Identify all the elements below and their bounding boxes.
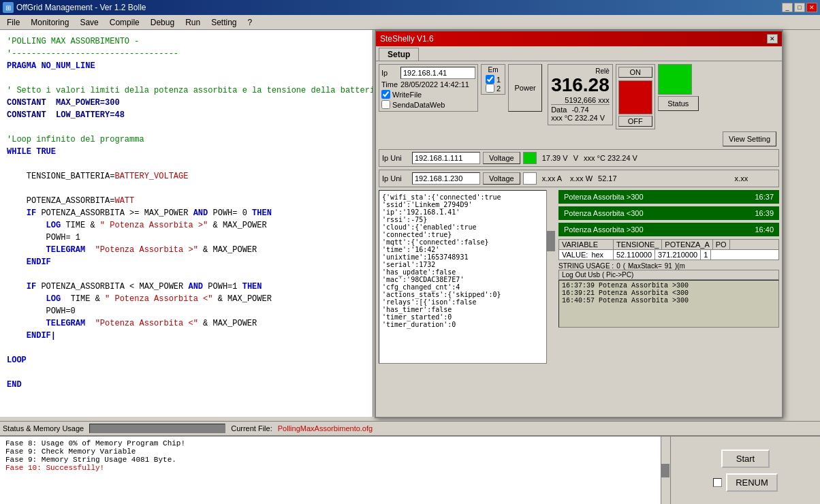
ipuni-label-1: Ip Uni [382,154,409,162]
power-value: 316.28 [551,75,610,96]
relay-indicator-red [618,80,652,114]
steshelly-titlebar: SteShelly V1.6 ✕ [376,31,782,46]
notif-item-1: Potenza Assorbita >300 16:37 [558,190,779,204]
power-button[interactable]: Power [508,64,542,112]
volt-indicator-green [523,152,537,164]
senddataweb-checkbox[interactable] [381,100,390,109]
power-section: Relè 316.28 5192,666 xxx Data -0.74 xxx … [548,64,613,125]
code-line: TELEGRAM "Potenza Assorbita <" & MAX_POW… [7,317,366,330]
max-stack-value: 91 [665,262,672,270]
volt-value-2a: x.xx A [542,174,562,183]
code-line: CONSTANT LOW_BATTERY=48 [7,109,366,121]
code-line: LOOP [7,354,366,366]
data-label: Data [551,106,567,114]
status-button[interactable]: Status [658,96,699,111]
ipuni-label-2: Ip Uni [382,174,409,183]
power-sub: 5192,666 [565,96,596,104]
output-content: Fase 8: Usage 0% of Memory Program Chip!… [0,437,670,475]
notif-time-3: 16:40 [755,225,774,234]
relay-off-button[interactable]: OFF [618,116,652,127]
tab-setup[interactable]: Setup [379,48,419,61]
maximize-button[interactable]: □ [794,3,805,12]
code-line: ENDIF| [7,330,366,342]
output-line-2: Fase 9: Check Memory Variable [5,447,665,456]
steshelly-close-button[interactable]: ✕ [767,34,778,44]
value-2: 371.210000 [655,250,701,259]
menu-debug[interactable]: Debug [145,16,180,29]
notif-time-1: 16:37 [755,193,774,201]
em2-label: 2 [496,84,501,93]
menu-setting[interactable]: Setting [206,16,242,29]
json-area: {'wifi_sta':{'connected':true 'ssid':'Li… [379,190,779,364]
menu-monitoring[interactable]: Monitoring [25,16,74,29]
data-units: xxx °C 232.24 V [551,114,610,122]
output-panel: Fase 8: Usage 0% of Memory Program Chip!… [0,436,670,504]
code-line [7,121,366,133]
code-line: 'POLLING MAX ASSORBIMENTO - [7,35,366,48]
volt-text-1: xxx °C 232.24 V [584,154,637,162]
writefile-checkbox[interactable] [381,90,390,99]
log-area[interactable]: 16:37:39 Potenza Assorbita >300 16:39:21… [558,280,779,328]
output-scrollbar[interactable] [661,437,670,504]
code-line: END [7,379,366,391]
start-button[interactable]: Start [721,450,770,468]
var-col-1: TENSIONE_ [614,240,662,249]
string-usage-row: STRING USAGE : 0 ( MaxStack= 91 )(m [558,262,779,270]
status-progress-bar [89,424,225,433]
code-line: TELEGRAM "Potenza Assorbita >" & MAX_POW… [7,244,366,256]
json-display[interactable]: {'wifi_sta':{'connected':true 'ssid':'Li… [379,190,549,364]
menu-save[interactable]: Save [74,16,104,29]
xm-text: )(m [675,262,685,270]
minimize-button[interactable]: _ [782,3,793,12]
relay-on-button[interactable]: ON [618,67,652,78]
code-line [7,183,366,195]
menu-bar: File Monitoring Save Compile Debug Run S… [0,15,820,30]
var-col-3: PO [713,240,730,249]
current-file-label: Current File: [231,424,272,432]
volt-indicator-white [523,172,537,185]
code-editor[interactable]: 'POLLING MAX ASSORBIMENTO - '-----------… [0,30,373,417]
close-button[interactable]: ✕ [806,3,817,12]
log-entry-2: 16:39:21 Potenza Assorbita <300 [562,289,776,297]
view-setting-button[interactable]: View Setting [723,131,776,146]
menu-help[interactable]: ? [242,16,258,29]
value-3: 1 [701,250,711,259]
ipuni-input-1[interactable] [412,152,480,164]
code-line [7,366,366,379]
notif-item-2: Potenza Assorbita <300 16:39 [558,206,779,220]
steshelly-tabs: Setup [376,46,782,61]
code-line: LOG TIME & " Potenza Assorbita >" & MAX_… [7,219,366,232]
notif-item-3: Potenza Assorbita >300 16:40 [558,223,779,236]
notif-time-2: 16:39 [755,209,774,217]
em2-checkbox[interactable] [486,84,494,93]
renum-button[interactable]: RENUM [726,473,778,492]
app-title: OffGrid Management - Ver 1.2 Bolle [16,3,146,12]
code-line: PRAGMA NO_NUM_LINE [7,60,366,72]
string-usage-label: STRING USAGE : [558,262,614,270]
output-line-1: Fase 8: Usage 0% of Memory Program Chip! [5,439,665,447]
json-text: {'wifi_sta':{'connected':true 'ssid':'Li… [382,193,537,328]
max-stack-key: MaxStack= [628,262,662,270]
em1-checkbox[interactable] [486,75,494,84]
em1-label: 1 [496,76,501,84]
menu-run[interactable]: Run [180,16,206,29]
volt-value-2b: x.xx W [570,174,593,183]
string-usage-value: 0 [616,262,620,270]
voltage-button-1[interactable]: Voltage [483,152,520,164]
voltage-button-2[interactable]: Voltage [483,172,520,185]
variable-table: VARIABLE TENSIONE_ POTENZA_A PO VALUE: h… [558,239,779,260]
ipuni-row-2: Ip Uni Voltage x.xx A x.xx W 52.17 x.xx [379,170,779,187]
steshelly-title: SteShelly V1.6 [380,34,434,44]
code-line: TENSIONE_BATTERIA=BATTERY_VOLTAGE [7,170,366,183]
status-section: Status [658,64,699,111]
volt-value-2c: 52.17 [598,174,617,183]
renum-checkbox[interactable] [713,478,722,487]
json-scrollbar[interactable] [546,190,556,364]
ipuni-input-2[interactable] [412,172,480,185]
data-value: -0.74 [571,106,588,114]
menu-file[interactable]: File [1,16,25,29]
ip-input[interactable] [400,67,475,79]
ipuni-row-1: Ip Uni Voltage 17.39 V V xxx °C 232.24 V [379,149,779,167]
notif-text-2: Potenza Assorbita <300 [564,209,644,217]
menu-compile[interactable]: Compile [104,16,145,29]
